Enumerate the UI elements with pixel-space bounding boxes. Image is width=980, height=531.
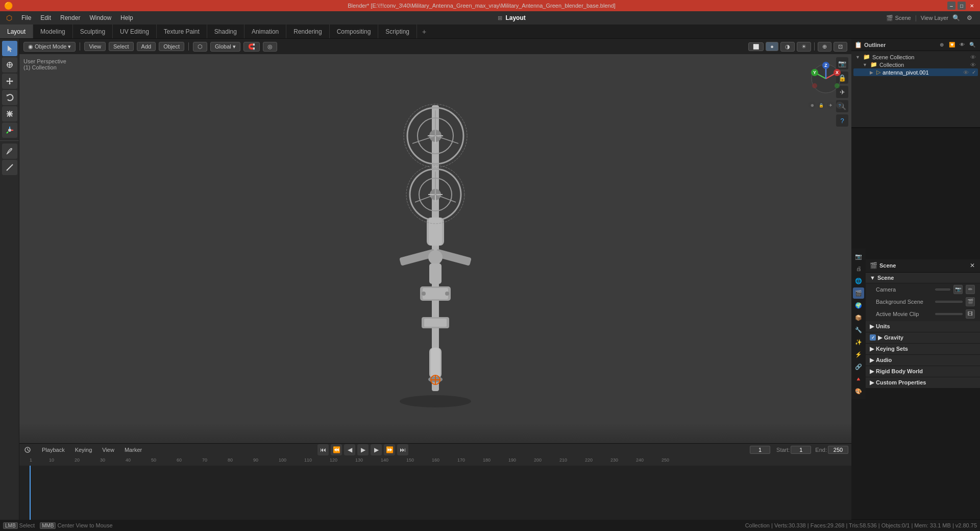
view-menu[interactable]: View (99, 446, 117, 454)
collection-visibility[interactable]: 👁 (970, 62, 976, 68)
shading-material[interactable]: ◑ (780, 42, 795, 52)
jump-prev-keyframe-button[interactable]: ⏪ (331, 444, 342, 455)
tab-rendering[interactable]: Rendering (286, 25, 329, 38)
scene-tab[interactable]: 🎬 (853, 287, 864, 299)
play-button[interactable]: ▶ (357, 444, 369, 455)
marker-menu[interactable]: Marker (121, 446, 145, 454)
physics-tab[interactable]: ⚡ (853, 349, 864, 360)
cursor-tool-button[interactable] (2, 57, 17, 73)
tab-uv-editing[interactable]: UV Editing (113, 25, 157, 38)
end-frame-input[interactable] (828, 446, 848, 454)
gravity-checkbox[interactable]: ✓ (870, 334, 876, 341)
shading-rendered[interactable]: ☀ (797, 42, 811, 52)
camera-input[interactable] (935, 288, 950, 291)
step-back-button[interactable]: ◀ (344, 444, 355, 455)
render-tab[interactable]: 📷 (853, 251, 864, 262)
custom-props-section-header[interactable]: ▶ Custom Properties (866, 377, 980, 389)
select-tool-button[interactable] (2, 41, 17, 56)
keying-menu[interactable]: Keying (72, 446, 95, 454)
material-tab[interactable]: 🎨 (853, 385, 864, 397)
tab-scripting[interactable]: Scripting (378, 25, 417, 38)
jump-start-button[interactable]: ⏮ (317, 444, 329, 455)
camera-input-icon[interactable]: 📷 (953, 285, 963, 294)
antenna-select-icon[interactable]: ✓ (972, 69, 976, 75)
audio-section-header[interactable]: ▶ Audio (866, 355, 980, 366)
filter-icon-3[interactable]: 👁 (958, 40, 967, 50)
movie-clip-input[interactable] (935, 313, 963, 315)
data-tab[interactable]: 🔺 (853, 373, 864, 384)
world-tab[interactable]: 🌍 (853, 300, 864, 311)
antenna-visibility[interactable]: 👁 (963, 69, 969, 76)
edit-menu[interactable]: Edit (36, 13, 55, 22)
modifier-tab[interactable]: 🔧 (853, 324, 864, 335)
annotate-tool-button[interactable] (2, 143, 17, 159)
outliner-collection[interactable]: ▼ 📁 Collection 👁 (853, 61, 978, 68)
render-menu[interactable]: Render (56, 13, 84, 22)
scene-section-header[interactable]: ▼ Scene (866, 273, 980, 283)
output-tab[interactable]: 🖨 (853, 263, 864, 274)
window-menu[interactable]: Window (85, 13, 115, 22)
transform-tool-button[interactable] (2, 123, 17, 138)
snap-button[interactable]: 🧲 (243, 42, 260, 52)
tab-layout[interactable]: Layout (0, 25, 33, 38)
blender-menu[interactable]: ⬡ (2, 13, 16, 23)
start-frame-input[interactable] (791, 446, 811, 454)
viewport-mode-button[interactable]: ◉ Object Mode ▾ (23, 42, 76, 52)
view-menu[interactable]: View (84, 42, 106, 51)
tab-animation[interactable]: Animation (244, 25, 286, 38)
header-search-button[interactable]: 🔍 (950, 12, 962, 23)
bg-scene-input[interactable] (935, 301, 963, 303)
scale-tool-button[interactable] (2, 106, 17, 122)
viewport-transform[interactable]: Global ▾ (210, 42, 240, 52)
playback-menu[interactable]: Playback (39, 446, 68, 454)
add-menu[interactable]: Add (137, 42, 156, 51)
tab-sculpting[interactable]: Sculpting (73, 25, 113, 38)
object-tab[interactable]: 📦 (853, 312, 864, 323)
units-section-header[interactable]: ▶ Units (866, 321, 980, 332)
shading-solid[interactable]: ● (766, 42, 778, 51)
shading-wireframe[interactable]: ⬜ (748, 42, 764, 51)
filter-icon-2[interactable]: 🔽 (947, 40, 957, 50)
tab-modeling[interactable]: Modeling (33, 25, 73, 38)
close-button[interactable]: ✕ (968, 2, 976, 10)
step-forward-button[interactable]: ▶ (371, 444, 382, 455)
rigid-body-world-section-header[interactable]: ▶ Rigid Body World (866, 366, 980, 377)
gizmo[interactable]: X Y Z ⊕ (805, 58, 846, 99)
measure-tool-button[interactable] (2, 160, 17, 175)
help-icon[interactable]: ? (836, 114, 848, 127)
add-workspace-button[interactable]: + (417, 25, 431, 38)
scene-collection-visibility[interactable]: 👁 (970, 54, 976, 60)
outliner-antenna[interactable]: ▶ ▷ antenna_pivot.001 👁 ✓ (853, 68, 978, 76)
file-menu[interactable]: File (17, 13, 35, 22)
constraints-tab[interactable]: 🔗 (853, 361, 864, 372)
header-settings-button[interactable]: ⚙ (964, 12, 975, 23)
viewport-shading-wire[interactable]: ⬡ (193, 42, 207, 52)
object-menu[interactable]: Object (159, 42, 184, 51)
props-close-icon[interactable]: ✕ (969, 262, 976, 269)
proportional-edit[interactable]: ◎ (263, 42, 277, 52)
jump-next-keyframe-button[interactable]: ⏩ (384, 444, 395, 455)
movie-clip-icon[interactable]: 🎞 (966, 309, 975, 319)
jump-end-button[interactable]: ⏭ (397, 444, 408, 455)
filter-icon-1[interactable]: ⊕ (937, 40, 946, 50)
tab-shading[interactable]: Shading (207, 25, 244, 38)
rotate-tool-button[interactable] (2, 90, 17, 105)
filter-icon-4[interactable]: 🔍 (968, 40, 977, 50)
particles-tab[interactable]: ✨ (853, 336, 864, 348)
maximize-button[interactable]: □ (958, 2, 966, 10)
select-menu[interactable]: Select (109, 42, 134, 51)
xray-toggle[interactable]: ⊡ (834, 42, 847, 52)
current-frame-input[interactable] (750, 446, 770, 454)
keying-sets-section-header[interactable]: ▶ Keying Sets (866, 344, 980, 355)
camera-edit-icon[interactable]: ✏ (966, 285, 975, 294)
outliner-scene-collection[interactable]: ▼ 📁 Scene Collection 👁 (853, 53, 978, 61)
gravity-section-header[interactable]: ✓ ▶ Gravity (866, 332, 980, 344)
tab-compositing[interactable]: Compositing (330, 25, 379, 38)
view-layer-tab[interactable]: 🌐 (853, 275, 864, 286)
help-menu[interactable]: Help (116, 13, 137, 22)
viewport[interactable]: ◉ Object Mode ▾ View Select Add Object ⬡… (19, 39, 851, 443)
minimize-button[interactable]: – (947, 2, 955, 10)
tab-texture-paint[interactable]: Texture Paint (157, 25, 207, 38)
overlay-toggle[interactable]: ⊕ (818, 42, 831, 52)
timeline-area[interactable] (19, 466, 851, 520)
